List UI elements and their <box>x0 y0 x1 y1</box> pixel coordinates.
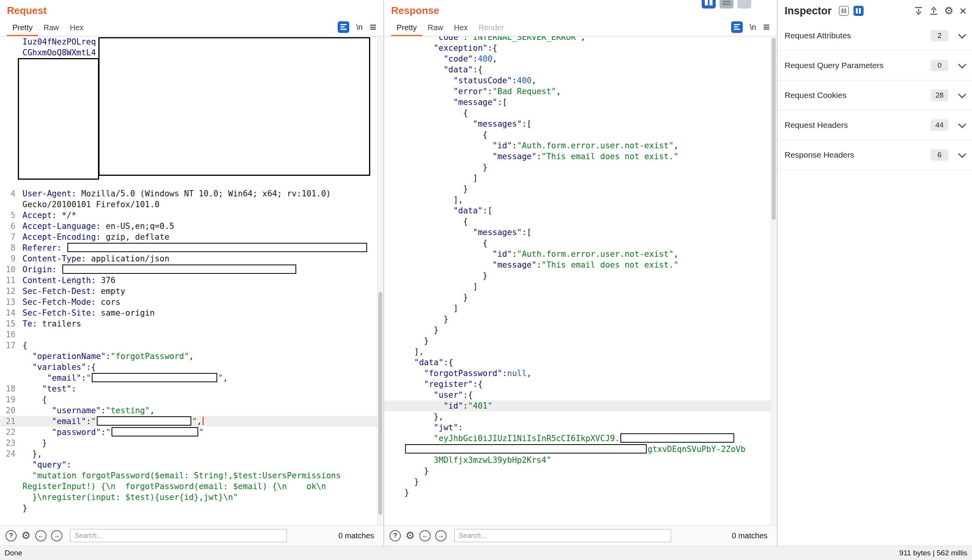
inspector-section-response-headers[interactable]: Response Headers6 <box>778 140 972 170</box>
code-line[interactable]: 4User-Agent: Mozilla/5.0 (Windows NT 10.… <box>0 188 378 199</box>
scrollbar-thumb[interactable] <box>772 38 776 220</box>
code-line[interactable]: "register":{ <box>384 379 771 390</box>
single-pane-layout-button[interactable] <box>737 0 751 9</box>
code-line[interactable]: 9Content-Type: application/json <box>0 253 378 264</box>
editor-menu-icon[interactable]: ≡ <box>763 21 770 33</box>
code-line[interactable]: "message":[ <box>384 97 771 108</box>
close-inspector-icon[interactable]: × <box>959 5 967 17</box>
pretty-print-icon[interactable] <box>731 21 743 33</box>
code-line[interactable]: "data":[ <box>384 205 771 216</box>
tab-raw[interactable]: Raw <box>38 19 64 36</box>
code-line[interactable]: 10Origin: <box>0 264 378 275</box>
code-line[interactable]: "variables":{ <box>0 362 378 373</box>
code-line[interactable]: 8Referer: <box>0 242 378 253</box>
code-line[interactable]: } <box>384 162 771 173</box>
code-line[interactable]: "user":{ <box>384 390 771 400</box>
code-line[interactable]: "mutation forgotPassword($email: String!… <box>0 470 378 481</box>
tab-raw[interactable]: Raw <box>422 19 448 36</box>
code-line[interactable]: "eyJhbGci0iJIUzI1NiIsInR5cCI6IkpXVCJ9. <box>384 433 771 444</box>
inspector-section-request-headers[interactable]: Request Headers44 <box>778 110 972 140</box>
code-line[interactable]: { <box>384 108 771 119</box>
code-line[interactable]: 19 { <box>0 394 378 405</box>
tab-pretty[interactable]: Pretty <box>7 19 38 36</box>
code-line[interactable]: ], <box>384 194 771 205</box>
newline-toggle[interactable]: \n <box>356 23 363 32</box>
code-line[interactable]: }\nregister(input: $test){user{id},jwt}\… <box>0 492 378 503</box>
code-line[interactable]: "statusCode":400, <box>384 75 771 86</box>
code-line[interactable]: 13Sec-Fetch-Mode: cors <box>0 297 378 307</box>
request-scrollbar[interactable] <box>377 36 383 525</box>
help-icon[interactable]: ? <box>390 530 401 541</box>
inspector-section-request-attributes[interactable]: Request Attributes2 <box>778 21 972 51</box>
response-code-editor[interactable]: "code":"INTERNAL_SERVER_ERROR", "excepti… <box>384 36 777 525</box>
search-settings-icon[interactable]: ⚙ <box>405 531 415 541</box>
split-columns-layout-button[interactable] <box>702 0 716 9</box>
code-line[interactable]: 23 } <box>0 438 378 448</box>
code-line[interactable]: } <box>384 335 771 346</box>
code-line[interactable]: 12Sec-Fetch-Dest: empty <box>0 286 378 297</box>
code-line[interactable]: 5Accept: */* <box>0 210 378 221</box>
code-line[interactable]: } <box>384 292 771 303</box>
previous-match-button[interactable]: ← <box>35 530 46 541</box>
code-line[interactable]: ] <box>384 281 771 292</box>
code-line[interactable]: "data":{ <box>384 64 771 75</box>
code-line[interactable]: 6Accept-Language: en-US,en;q=0.5 <box>0 221 378 232</box>
code-line[interactable]: RegisterInput!) {\n forgotPassword(email… <box>0 481 378 492</box>
code-line[interactable]: "message":"This email does not exist." <box>384 151 771 162</box>
previous-match-button[interactable]: ← <box>419 530 431 541</box>
search-input[interactable] <box>70 529 287 542</box>
code-line[interactable]: "query": <box>0 459 378 470</box>
code-line[interactable]: } <box>0 503 378 514</box>
code-line[interactable]: } <box>384 184 771 194</box>
next-match-button[interactable]: → <box>51 530 62 541</box>
code-line[interactable]: ] <box>384 173 771 184</box>
code-line[interactable]: "id":"401" <box>384 400 771 411</box>
dock-right-icon[interactable] <box>839 6 849 16</box>
pretty-print-icon[interactable] <box>338 21 349 33</box>
code-line[interactable]: } <box>384 314 771 325</box>
inspector-section-request-cookies[interactable]: Request Cookies28 <box>778 81 972 110</box>
code-line[interactable]: "message":"This email does not exist." <box>384 259 771 270</box>
tab-pretty[interactable]: Pretty <box>391 19 422 36</box>
code-line[interactable]: "messages":[ <box>384 227 771 238</box>
code-line[interactable]: 21 "email":"", <box>0 416 378 427</box>
code-line[interactable]: 24 }, <box>0 448 378 459</box>
code-line[interactable]: "id":"Auth.form.error.user.not-exist", <box>384 249 771 259</box>
code-line[interactable]: 17{ <box>0 340 378 351</box>
response-scrollbar[interactable] <box>771 36 777 525</box>
inspector-settings-icon[interactable]: ⚙ <box>944 6 953 16</box>
code-line[interactable]: } <box>384 325 771 335</box>
code-line[interactable]: 15Te: trailers <box>0 318 378 329</box>
next-match-button[interactable]: → <box>435 530 447 541</box>
code-line[interactable]: 18 "test": <box>0 383 378 394</box>
code-line[interactable]: 20 "username":"testing", <box>0 405 378 416</box>
code-line[interactable]: } <box>384 487 771 498</box>
code-line[interactable]: 3MDlfjx3mzwL39ybHp2Krs4" <box>384 455 771 466</box>
code-line[interactable]: 16 <box>0 329 378 340</box>
code-line[interactable]: ] <box>384 303 771 314</box>
tab-hex[interactable]: Hex <box>448 19 473 36</box>
code-line[interactable]: "id":"Auth.form.error.user.not-exist", <box>384 140 771 151</box>
code-line[interactable]: "data":{ <box>384 357 771 368</box>
tab-hex[interactable]: Hex <box>64 19 89 36</box>
code-line[interactable]: 22 "password":"" <box>0 427 378 438</box>
split-rows-layout-button[interactable] <box>720 0 733 9</box>
code-line[interactable]: Gecko/20100101 Firefox/101.0 <box>0 199 378 210</box>
code-line[interactable]: { <box>384 238 771 249</box>
code-line[interactable]: "messages":[ <box>384 119 771 129</box>
code-line[interactable]: "error":"Bad Request", <box>384 86 771 97</box>
editor-menu-icon[interactable]: ≡ <box>369 21 376 33</box>
collapse-all-icon[interactable] <box>914 6 923 15</box>
code-line[interactable]: "jwt": <box>384 422 771 433</box>
code-line[interactable]: } <box>384 270 771 281</box>
inspector-section-request-query-parameters[interactable]: Request Query Parameters0 <box>778 51 972 81</box>
code-line[interactable]: "email":"", <box>0 373 378 383</box>
newline-toggle[interactable]: \n <box>750 23 756 32</box>
code-line[interactable]: 7Accept-Encoding: gzip, deflate <box>0 232 378 242</box>
code-line[interactable]: 14Sec-Fetch-Site: same-origin <box>0 307 378 318</box>
request-code-editor[interactable]: Iuz04fNezPOLreqCGhxmOoQ8WXmtL44User-Agen… <box>0 36 383 525</box>
help-icon[interactable]: ? <box>5 530 17 541</box>
code-line[interactable]: { <box>384 129 771 140</box>
code-line[interactable]: gtxvDEqnSVuPbY-2ZoVb <box>384 444 771 455</box>
code-line[interactable]: } <box>384 476 771 487</box>
